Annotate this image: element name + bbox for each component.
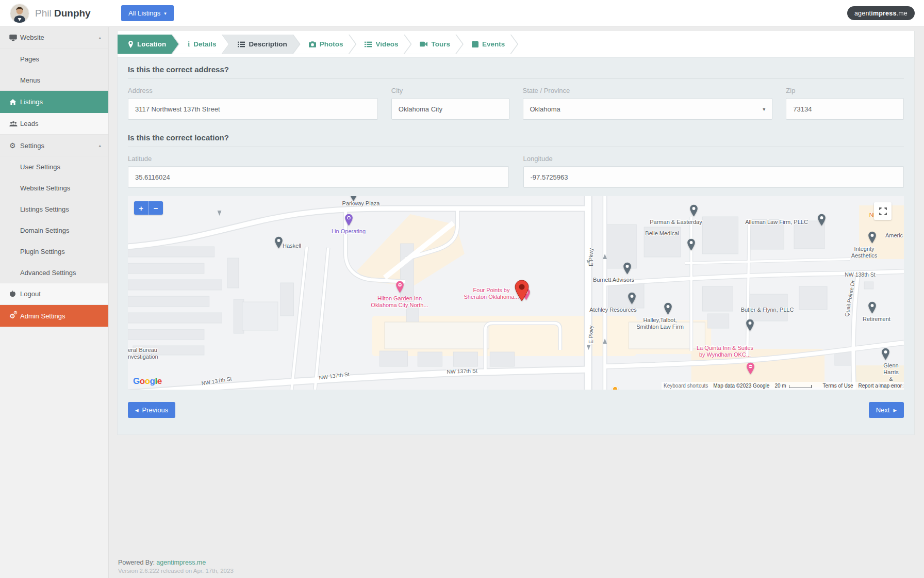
tab-description[interactable]: Description xyxy=(222,35,299,54)
caret-up-icon[interactable]: ▴ xyxy=(98,35,101,40)
sidebar-item-domain-settings[interactable]: Domain Settings xyxy=(0,220,108,241)
sidebar-item-website-settings[interactable]: Website Settings xyxy=(0,178,108,199)
street-label: NW 137th St xyxy=(447,367,477,375)
google-logo[interactable]: Google xyxy=(133,376,162,387)
sidebar-item-label: Listings xyxy=(20,98,43,106)
address-input[interactable] xyxy=(128,98,378,120)
place-pin-icon xyxy=(349,196,358,203)
chevron-down-icon: ▾ xyxy=(763,106,765,112)
gas-pin-icon xyxy=(344,214,353,228)
lodging-pin-icon xyxy=(522,288,531,302)
tab-photos[interactable]: Photos xyxy=(293,35,356,54)
map-label: Parman & Easterday xyxy=(650,219,702,226)
avatar xyxy=(10,4,29,23)
latitude-input[interactable] xyxy=(128,166,509,188)
listing-wizard-card: Location i Details Description Photos Vi… xyxy=(117,31,915,435)
sidebar-item-logout[interactable]: Logout xyxy=(0,283,108,305)
right-arrow-icon: ▸ xyxy=(893,406,897,414)
list-icon xyxy=(365,41,372,47)
map-scale: 20 m xyxy=(774,383,811,389)
sidebar-item-listings-settings[interactable]: Listings Settings xyxy=(0,199,108,220)
sidebar-item-label: Logout xyxy=(20,290,41,298)
place-pin-icon xyxy=(687,238,696,253)
sidebar: Website ▴ Pages Menus Listings Leads ⚙ S… xyxy=(0,27,109,578)
gears-icon: ⚙⚙ xyxy=(9,313,20,319)
location-heading: Is this the correct location? xyxy=(128,133,904,147)
latitude-label: Latitude xyxy=(128,155,509,163)
map-label: Belle Medical xyxy=(645,230,679,237)
map-data-text: Map data ©2023 Google xyxy=(713,383,769,389)
place-pin-icon xyxy=(689,204,698,219)
tab-location[interactable]: Location xyxy=(118,35,178,54)
map-label: eral Bureau nvestigation xyxy=(128,347,158,360)
monitor-icon xyxy=(9,34,20,41)
all-listings-button[interactable]: All Listings ▾ xyxy=(121,5,174,21)
next-button[interactable]: Next ▸ xyxy=(869,402,904,418)
property-marker-icon[interactable] xyxy=(514,279,530,304)
fullscreen-button[interactable] xyxy=(874,202,892,220)
info-icon: i xyxy=(188,40,190,49)
sidebar-item-label: Admin Settings xyxy=(20,312,65,320)
sidebar-item-website[interactable]: Website ▴ xyxy=(0,27,108,49)
street-label: E Pkwy xyxy=(588,248,594,266)
home-icon xyxy=(9,99,20,105)
users-icon xyxy=(9,121,20,127)
list-icon xyxy=(238,41,245,47)
power-icon xyxy=(9,291,20,297)
street-label: Quail Pointe Dr xyxy=(844,280,856,317)
fullscreen-icon xyxy=(879,207,887,215)
map-label: Haskell xyxy=(283,243,301,249)
zip-input[interactable] xyxy=(786,98,904,120)
sidebar-item-listings[interactable]: Listings xyxy=(0,91,108,113)
state-label: State / Province xyxy=(523,87,773,94)
brand-link[interactable]: agentimpress.me xyxy=(156,559,206,566)
city-input[interactable] xyxy=(391,98,509,120)
street-label: NW 138th St xyxy=(845,271,876,278)
sidebar-item-admin-settings[interactable]: ⚙⚙ Admin Settings xyxy=(0,305,108,327)
zoom-in-button[interactable]: + xyxy=(134,201,149,215)
chevron-down-icon: ▾ xyxy=(164,11,167,16)
tab-videos[interactable]: Videos xyxy=(349,35,410,54)
sidebar-item-label: Settings xyxy=(20,142,44,150)
user-name: Phil Dunphy xyxy=(35,8,110,19)
camera-icon xyxy=(309,41,316,47)
sidebar-item-pages[interactable]: Pages xyxy=(0,49,108,70)
longitude-input[interactable] xyxy=(523,166,904,188)
place-pin-icon xyxy=(274,236,283,251)
state-select[interactable]: Oklahoma ▾ xyxy=(523,98,773,120)
map-pin-icon xyxy=(128,41,134,48)
address-heading: Is this the correct address? xyxy=(128,65,904,79)
sidebar-item-plugin-settings[interactable]: Plugin Settings xyxy=(0,241,108,262)
version-text: Version 2.6.222 released on Apr. 17th, 2… xyxy=(118,568,924,574)
place-pin-icon xyxy=(817,214,826,228)
place-pin-icon xyxy=(664,302,672,317)
tab-tours[interactable]: Tours xyxy=(404,35,463,54)
wizard-tabbar: Location i Details Description Photos Vi… xyxy=(118,31,914,58)
left-arrow-icon: ◂ xyxy=(135,406,139,414)
video-camera-icon xyxy=(420,41,427,47)
topbar: Phil Dunphy All Listings ▾ agentimpress.… xyxy=(0,0,924,27)
street-label: NW 137th St xyxy=(319,371,350,381)
zoom-out-button[interactable]: − xyxy=(149,201,163,215)
keyboard-shortcuts-link[interactable]: Keyboard shortcuts xyxy=(664,383,708,389)
gear-icon: ⚙ xyxy=(9,142,20,149)
sidebar-item-leads[interactable]: Leads xyxy=(0,113,108,135)
map-label: Hilton Garden Inn Oklahoma City North... xyxy=(371,295,428,309)
map-label: Alleman Law Firm, PLLC xyxy=(745,219,808,226)
terms-link[interactable]: Terms of Use xyxy=(823,383,853,389)
map-label: Burnett Advisors xyxy=(593,277,634,283)
report-error-link[interactable]: Report a map error xyxy=(859,383,902,389)
map-label: Butler & Flynn, PLLC xyxy=(741,307,794,313)
map-label: Parkway Plaza xyxy=(342,200,380,207)
tab-events[interactable]: Events xyxy=(456,35,517,54)
sidebar-item-menus[interactable]: Menus xyxy=(0,70,108,91)
sidebar-item-advanced-settings[interactable]: Advanced Settings xyxy=(0,262,108,283)
google-map[interactable]: Parkway PlazaLin OperatingHaskellHilton … xyxy=(128,196,904,390)
tab-details[interactable]: i Details xyxy=(172,35,228,54)
previous-button[interactable]: ◂ Previous xyxy=(128,402,175,418)
caret-up-icon[interactable]: ▴ xyxy=(98,143,101,148)
place-pin-icon xyxy=(628,292,636,307)
sidebar-item-settings[interactable]: ⚙ Settings ▴ xyxy=(0,135,108,156)
sidebar-item-user-settings[interactable]: User Settings xyxy=(0,156,108,178)
brand-logo: agentimpress.me xyxy=(847,6,915,20)
